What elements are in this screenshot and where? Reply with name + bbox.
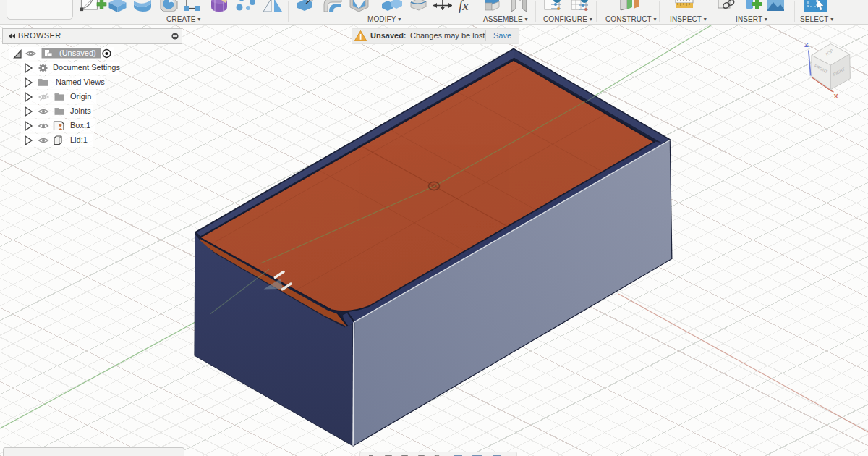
svg-text:X: X (834, 92, 839, 100)
svg-text:fx: fx (459, 0, 469, 13)
svg-text:Z: Z (804, 41, 809, 48)
